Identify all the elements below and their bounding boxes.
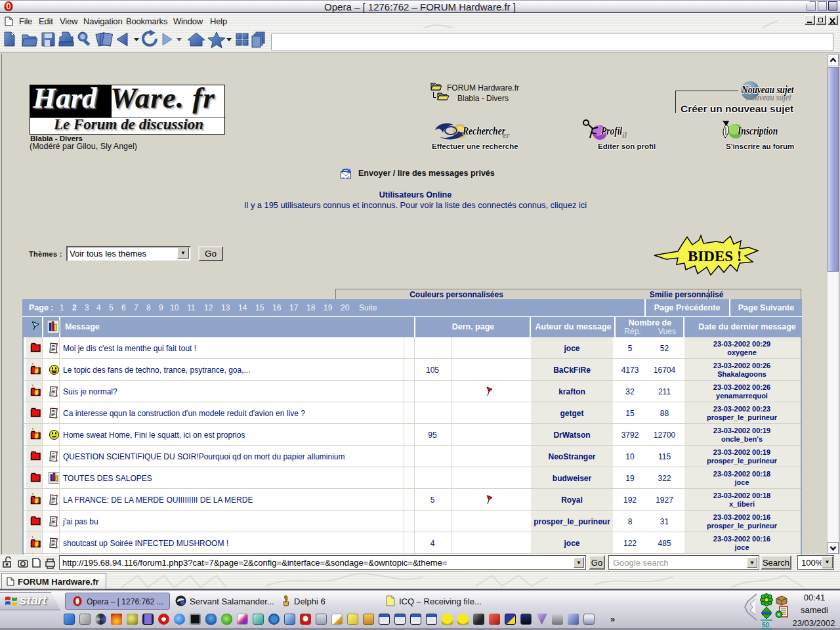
svg-text:BIDES !: BIDES !: [688, 248, 742, 264]
svg-text:K: K: [777, 612, 780, 617]
svg-text:50: 50: [762, 621, 770, 629]
